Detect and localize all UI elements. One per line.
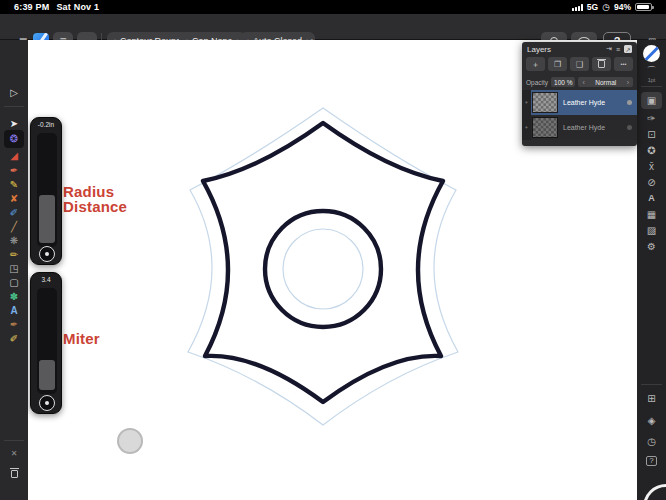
dial-arc[interactable] — [643, 484, 666, 500]
transform-panel-button[interactable]: ⊡ — [637, 130, 666, 140]
swatches-icon: ▦ — [647, 210, 656, 220]
brush-x-tool[interactable]: ✘ — [0, 191, 28, 206]
layers-panel-button[interactable]: ▣ — [637, 96, 666, 106]
layers-panel-header: Layers ⇥ ≡ ↗ — [522, 42, 637, 56]
fill-none-button[interactable]: ⊘ — [637, 178, 666, 188]
layer-row-leather-hyde-2[interactable]: ⌖ Leather Hyde — [522, 115, 637, 140]
status-indicators: 5G ◷ 94% — [572, 2, 652, 12]
font-panel-button[interactable]: A — [637, 194, 666, 203]
blend-mode-value: Normal — [595, 79, 616, 86]
radius-slider-knob[interactable] — [39, 246, 55, 262]
shape-tool[interactable]: ▢ — [0, 275, 28, 290]
contour-circle — [265, 211, 381, 327]
swatches-panel-button[interactable]: ▦ — [637, 210, 666, 220]
stroke-width-label: 1pt — [637, 77, 666, 83]
history-clock-icon: ◷ — [647, 437, 656, 447]
eraser-tool[interactable]: ❋ — [0, 233, 28, 248]
brush-tool[interactable]: ✐ — [0, 205, 28, 220]
layers-button-row: ＋ ❐ ❑ ••• — [522, 56, 637, 74]
status-time-date: 6:39 PM Sat Nov 1 — [14, 2, 99, 12]
vector-app-window: 6:39 PM Sat Nov 1 5G ◷ 94% ←▦ ≡ ••• ‹ Co… — [0, 0, 666, 500]
crop-tool[interactable]: ◳ — [0, 261, 28, 276]
stroke-color-icon — [643, 45, 660, 62]
blend-mode-select[interactable]: ‹ Normal › — [578, 77, 633, 87]
signal-icon — [572, 4, 583, 11]
indent-icon[interactable]: ⇥ — [606, 45, 612, 53]
layer-thumbnail — [532, 117, 558, 138]
deselect-button[interactable]: ✕ — [0, 446, 28, 461]
brush-panel-button[interactable]: ✑ — [637, 114, 666, 124]
radius-slider-track[interactable] — [37, 133, 57, 247]
pen-tool[interactable]: ✒ — [0, 163, 28, 178]
cursor-tool[interactable]: ▷ — [0, 85, 28, 100]
fill-tool[interactable]: ✽ — [0, 289, 28, 304]
snap-icon: ◈ — [648, 416, 656, 426]
corner-tool[interactable]: ◢ — [0, 148, 28, 163]
chevron-right-icon[interactable]: › — [627, 79, 629, 86]
share-icon[interactable]: ↗ — [624, 45, 632, 53]
layer-row-leather-hyde-1[interactable]: ⌖ Leather Hyde — [522, 90, 637, 115]
font-icon: A — [648, 194, 655, 203]
image-panel-button[interactable]: ▨ — [637, 226, 666, 236]
tool-divider — [4, 106, 24, 107]
status-date: Sat Nov 1 — [56, 2, 99, 12]
snap-button[interactable]: ◈ — [637, 416, 666, 426]
duplicate-layer-button[interactable]: ❐ — [548, 57, 567, 71]
selection-tool[interactable]: ➤ — [0, 116, 28, 131]
radius-distance-slider[interactable]: -0.2in — [30, 117, 62, 265]
node-tool[interactable]: ❂ — [0, 130, 28, 148]
radius-distance-value: -0.2in — [31, 118, 61, 128]
chevron-left-icon[interactable]: ‹ — [582, 79, 584, 86]
shader-tool[interactable]: ✏ — [0, 247, 28, 262]
expression-panel-button[interactable]: x̄ — [637, 162, 666, 172]
layer-name: Leather Hyde — [558, 124, 627, 131]
leather-contour-path — [203, 123, 443, 402]
delete-layer-button[interactable] — [592, 57, 611, 71]
delete-button[interactable] — [0, 466, 28, 481]
miter-slider[interactable]: 3.4 — [30, 272, 62, 414]
radius-distance-annotation: Radius Distance — [63, 184, 127, 214]
selection-mode-icon: ⊞ — [647, 394, 655, 404]
help-button[interactable]: ? — [637, 456, 666, 466]
layer-marker-icon: ⌖ — [522, 115, 531, 140]
layer-select-dot[interactable] — [627, 100, 632, 105]
stroke-style-button[interactable]: ⌒ — [637, 66, 666, 76]
help-icon: ? — [646, 456, 657, 466]
eyedropper-tool[interactable]: ✒ — [0, 317, 28, 332]
layers-icon: ▣ — [647, 96, 656, 106]
layer-more-button[interactable]: ••• — [614, 57, 633, 71]
panel-divider — [641, 384, 662, 385]
new-page-button[interactable]: ❑ — [570, 57, 589, 71]
expression-icon: x̄ — [649, 162, 654, 172]
add-layer-button[interactable]: ＋ — [526, 57, 545, 71]
trash-icon — [598, 60, 605, 68]
effects-icon: ✪ — [647, 146, 655, 156]
radius-slider-handle[interactable] — [39, 195, 55, 243]
miter-slider-knob[interactable] — [39, 395, 55, 411]
layer-name: Leather Hyde — [558, 99, 627, 106]
left-tool-strip: ▷ ➤ ❂ ◢ ✒ ✎ ✘ ✐ ╱ ❋ ✏ ◳ ▢ ✽ A ✒ ✐ ✕ — [0, 40, 28, 500]
status-time: 6:39 PM — [14, 2, 49, 12]
layer-select-dot[interactable] — [627, 125, 632, 130]
miter-slider-track[interactable] — [37, 288, 57, 394]
gear-icon: ⚙ — [647, 242, 656, 252]
status-bar: 6:39 PM Sat Nov 1 5G ◷ 94% — [0, 0, 666, 14]
layer-thumbnail — [532, 92, 558, 113]
pencil-tool[interactable]: ✎ — [0, 177, 28, 192]
list-icon[interactable]: ≡ — [616, 46, 620, 53]
opacity-value[interactable]: 100 % — [551, 77, 575, 87]
transform-icon: ⊡ — [647, 130, 655, 140]
ruler-tool[interactable]: ✐ — [0, 331, 28, 346]
fill-none-icon: ⊘ — [647, 178, 655, 188]
stroke-color-well[interactable] — [637, 45, 666, 62]
knife-tool[interactable]: ╱ — [0, 219, 28, 234]
right-panel-strip: ⌒ 1pt ▣ ✑ ⊡ ✪ x̄ ⊘ A ▦ ▨ ⚙ ⊞ ◈ ◷ ? — [637, 40, 666, 500]
history-button[interactable]: ◷ — [637, 437, 666, 447]
document-settings-button[interactable]: ⚙ — [637, 242, 666, 252]
effects-panel-button[interactable]: ✪ — [637, 146, 666, 156]
text-tool[interactable]: A — [0, 303, 28, 318]
miter-slider-handle[interactable] — [39, 360, 55, 390]
selection-mode-button[interactable]: ⊞ — [637, 394, 666, 404]
alarm-icon: ◷ — [602, 2, 610, 12]
touch-cursor-circle — [117, 428, 143, 454]
